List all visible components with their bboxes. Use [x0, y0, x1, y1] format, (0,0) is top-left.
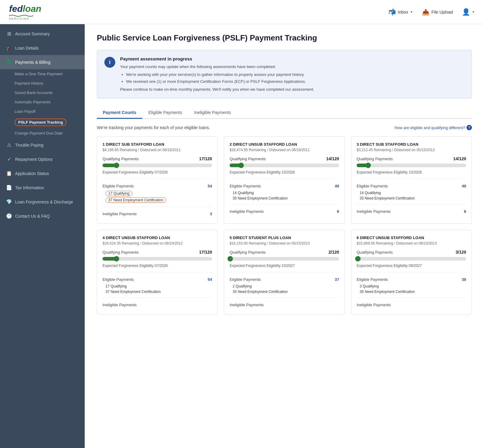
sidebar-sub-change-due-date-label: Change Payment Due Date: [15, 131, 63, 135]
sidebar-item-trouble-paying[interactable]: ⚠ Trouble Paying: [0, 138, 85, 152]
help-link[interactable]: How are eligible and qualifying differen…: [394, 125, 472, 130]
eligible-count-5[interactable]: 37: [335, 277, 339, 282]
qualifying-detail-1: 17 Qualifying: [103, 190, 212, 197]
sidebar-item-contact-faq[interactable]: 🕐 Contact Us & FAQ: [0, 209, 85, 223]
tab-payment-counts[interactable]: Payment Counts: [97, 107, 142, 119]
alert-footer: Please continue to make on-time monthly …: [120, 87, 314, 92]
file-upload-icon: 📤: [422, 8, 430, 16]
eligible-label-3: Eligible Payments: [357, 184, 388, 188]
forgiveness-date-3: Expected Forgiveness Eligibility 10/2026: [357, 170, 466, 174]
user-menu-button[interactable]: 👤 ▼: [462, 8, 475, 16]
qualifying-label-6: Qualifying Payments: [357, 250, 393, 255]
divider-top-3: [357, 179, 466, 179]
qualifying-row-1: Qualifying Payments 17/120: [103, 156, 212, 161]
ineligible-count-3[interactable]: 8: [464, 209, 466, 214]
forgiveness-date-2: Expected Forgiveness Eligibility 10/2026: [230, 170, 339, 174]
sidebar-item-tax-information[interactable]: 📄 Tax Information: [0, 180, 85, 195]
qualifying-label-3: Qualifying Payments: [357, 157, 393, 161]
logo-subtitle: SERVICING: [9, 17, 41, 20]
progress-bar-1: [103, 164, 212, 167]
alert-bullet-2: We received one (1) or more Employment C…: [126, 79, 314, 85]
loan-sub-1: $4,195.65 Remaining / Disbursed on 08/18…: [103, 148, 212, 152]
progress-bar-3: [357, 164, 466, 167]
tracking-row: We're tracking your payments for each of…: [97, 125, 472, 130]
repayment-options-icon: ✓: [6, 156, 12, 162]
ineligible-label-5: Ineligible Payments: [230, 303, 264, 307]
qualifying-row-3: Qualifying Payments 14/120: [357, 156, 466, 161]
tab-eligible-payments[interactable]: Eligible Payments: [142, 107, 188, 119]
sidebar-sub-loan-payoff[interactable]: Loan Payoff: [0, 107, 85, 116]
qualifying-label-5: Qualifying Payments: [230, 250, 266, 255]
sidebar-sub-auto-payments[interactable]: Automatic Payments: [0, 97, 85, 107]
tab-ineligible-payments[interactable]: Ineligible Payments: [188, 107, 237, 119]
loan-title-6: 6 DIRECT UNSUB STAFFORD LOAN: [357, 235, 466, 240]
progress-fill-4: [103, 257, 118, 261]
header-right: 📬 Inbox ▼ 📤 File Upload 👤 ▼: [388, 8, 475, 16]
sidebar-item-account-summary[interactable]: ⊞ Account Summary: [0, 27, 85, 41]
sidebar-sub-change-due-date[interactable]: Change Payment Due Date: [0, 128, 85, 138]
progress-bar-2: [230, 164, 339, 167]
sidebar-item-payments-billing-label: Payments & Billing: [15, 60, 51, 65]
sidebar-sub-pslf-tracking[interactable]: PSLF Payment Tracking: [0, 116, 85, 128]
qualifying-label-1: Qualifying Payments: [103, 157, 139, 161]
ineligible-payments-row-1: Ineligible Payments 3: [103, 210, 212, 218]
progress-fill-6: [357, 257, 359, 261]
loans-grid: 1 DIRECT SUB STAFFORD LOAN $4,195.65 Rem…: [97, 136, 472, 315]
eligible-count-3[interactable]: 49: [462, 184, 466, 188]
tabs: Payment Counts Eligible Payments Ineligi…: [97, 107, 472, 119]
divider-top-5: [230, 272, 339, 272]
need-cert-detail-1: 37 Need Employment Certification: [103, 197, 212, 203]
user-dropdown-arrow: ▼: [472, 10, 475, 14]
qualifying-label-2: Qualifying Payments: [230, 157, 266, 161]
forgiveness-date-1: Expected Forgiveness Eligibility 07/2026: [103, 170, 212, 174]
ineligible-payments-row-4: Ineligible Payments: [103, 301, 212, 309]
divider-bottom-4: [103, 297, 212, 298]
tracking-text: We're tracking your payments for each of…: [97, 125, 210, 130]
sidebar-item-repayment-options[interactable]: ✓ Repayment Options: [0, 152, 85, 166]
account-summary-icon: ⊞: [6, 31, 12, 37]
sidebar-sub-one-time-payment[interactable]: Make a One-Time Payment: [0, 69, 85, 79]
need-cert-detail-4: 37 Need Employment Certification: [103, 289, 212, 294]
eligible-count-1[interactable]: 54: [208, 184, 212, 188]
divider-top-1: [103, 179, 212, 179]
sidebar-sub-saved-bank[interactable]: Saved Bank Accounts: [0, 88, 85, 97]
qualifying-num-circled-1: 17 Qualifying: [106, 191, 132, 196]
user-avatar-icon: 👤: [462, 8, 470, 16]
tax-information-icon: 📄: [6, 185, 12, 190]
forgiveness-date-4: Expected Forgiveness Eligibility 07/2026: [103, 264, 212, 268]
ineligible-label-3: Ineligible Payments: [357, 209, 391, 214]
file-upload-button[interactable]: 📤 File Upload: [422, 8, 453, 16]
loan-title-5: 5 DIRECT STUDENT PLUS LOAN: [230, 235, 339, 240]
eligible-count-6[interactable]: 38: [462, 277, 466, 282]
progress-fill-2: [230, 164, 243, 167]
loan-sub-4: $24,524.35 Remaining / Disbursed on 08/2…: [103, 241, 212, 245]
alert-title: Payment assessment in progress: [120, 56, 314, 61]
ineligible-payments-row-6: Ineligible Payments: [357, 301, 466, 309]
divider-bottom-1: [103, 206, 212, 207]
divider-bottom-6: [357, 297, 466, 298]
progress-dot-3: [365, 163, 371, 168]
sidebar-item-payments-billing[interactable]: 💲 Payments & Billing: [0, 55, 85, 69]
qualifying-detail-5: 2 Qualifying: [230, 284, 339, 289]
qualifying-count-1: 17/120: [199, 156, 212, 161]
loan-forgiveness-icon: 💎: [6, 199, 12, 205]
ineligible-count-1[interactable]: 3: [210, 212, 212, 216]
ineligible-payments-row-3: Ineligible Payments 8: [357, 207, 466, 216]
progress-dot-1: [114, 163, 119, 168]
divider-top-4: [103, 272, 212, 272]
eligible-count-4[interactable]: 54: [208, 277, 212, 282]
sidebar-item-application-status[interactable]: 📋 Application Status: [0, 166, 85, 180]
sidebar-item-contact-faq-label: Contact Us & FAQ: [15, 214, 50, 219]
sidebar-item-loan-forgiveness[interactable]: 💎 Loan Forgiveness & Discharge: [0, 195, 85, 209]
pslf-tracking-label: PSLF Payment Tracking: [15, 118, 67, 126]
loan-sub-3: $3,212.45 Remaining / Disbursed on 05/15…: [357, 148, 466, 152]
eligible-label-4: Eligible Payments: [103, 277, 134, 282]
loan-card-1: 1 DIRECT SUB STAFFORD LOAN $4,195.65 Rem…: [97, 136, 218, 224]
sidebar-sub-payment-history[interactable]: Payment History: [0, 79, 85, 88]
ineligible-count-2[interactable]: 8: [337, 209, 339, 214]
sidebar-item-loan-details[interactable]: 🎓 Loan Details: [0, 41, 85, 55]
eligible-payments-row-1: Eligible Payments 54: [103, 182, 212, 190]
inbox-button[interactable]: 📬 Inbox ▼: [388, 8, 413, 16]
eligible-count-2[interactable]: 49: [335, 184, 339, 188]
loan-details-icon: 🎓: [6, 45, 12, 51]
